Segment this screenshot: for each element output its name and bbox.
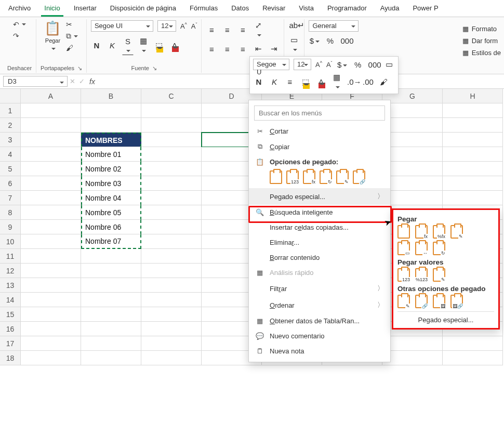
cell-B4[interactable]: Nombre 01	[81, 147, 141, 162]
wrap-text-button[interactable]: ab↵	[288, 20, 300, 31]
increase-font-button[interactable]: A^	[180, 22, 187, 30]
cell[interactable]	[141, 103, 202, 118]
cell[interactable]	[21, 191, 81, 205]
sub-paste-link-icon[interactable]: 🔗	[415, 295, 428, 308]
cell[interactable]	[21, 103, 81, 118]
cell[interactable]	[382, 176, 443, 191]
cell[interactable]	[81, 249, 141, 264]
mini-align[interactable]: ≡	[284, 77, 296, 87]
indent-dec-button[interactable]: ⇤	[253, 44, 264, 54]
paste-formulas-icon[interactable]: fx	[303, 170, 315, 184]
paste-formatting-icon[interactable]: ✎	[336, 170, 349, 184]
align-right-button[interactable]: ≡	[237, 44, 248, 54]
ctx-delete[interactable]: Eliminar...	[249, 235, 390, 250]
paste-link-icon[interactable]: 🔗	[353, 170, 365, 184]
cell[interactable]	[382, 191, 443, 205]
cell[interactable]	[141, 278, 202, 293]
cell[interactable]	[141, 205, 202, 220]
cell[interactable]	[141, 351, 202, 365]
cell[interactable]	[141, 249, 202, 264]
bold-button[interactable]: N	[91, 41, 102, 50]
decrease-font-button[interactable]: Aˇ	[191, 22, 197, 30]
mini-format-painter[interactable]: 🖌	[378, 77, 389, 87]
tab-disposicion[interactable]: Disposición de página	[107, 2, 179, 17]
mini-font-name[interactable]: Segoe U	[253, 59, 289, 70]
row-header[interactable]: 6	[0, 176, 21, 191]
sub-paste-noborders-icon[interactable]: ▭	[397, 242, 410, 255]
sub-paste-transpose-icon[interactable]: ↻	[433, 242, 445, 255]
cell[interactable]	[382, 162, 443, 176]
ctx-sort[interactable]: Ordenar〉	[249, 297, 390, 313]
cell-styles-button[interactable]: ▦ Estilos de	[462, 49, 501, 57]
cell[interactable]	[21, 118, 81, 133]
mini-merge[interactable]: ▭	[383, 59, 395, 70]
cell[interactable]	[81, 293, 141, 307]
cell[interactable]	[21, 322, 81, 336]
cell[interactable]	[81, 322, 141, 336]
cell[interactable]	[141, 264, 202, 278]
cell[interactable]	[81, 307, 141, 322]
mini-dec-decimal[interactable]: .0→	[347, 77, 358, 87]
sub-values-source-icon[interactable]: ✎	[433, 268, 445, 282]
cell[interactable]	[21, 133, 81, 147]
cell[interactable]	[443, 147, 503, 162]
row-header[interactable]: 15	[0, 307, 21, 322]
cancel-formula-icon[interactable]: ✕	[68, 77, 77, 85]
cell[interactable]	[382, 351, 443, 365]
cell[interactable]	[21, 351, 81, 365]
cell[interactable]	[443, 351, 503, 365]
col-header-B[interactable]: B	[81, 89, 141, 103]
ctx-get-table-data[interactable]: ▦Obtener datos de Tabla/Ran...	[249, 313, 390, 328]
cell[interactable]	[81, 351, 141, 365]
col-header-H[interactable]: H	[443, 89, 503, 103]
cell[interactable]	[21, 220, 81, 234]
copy-button[interactable]: ⧉	[66, 32, 78, 41]
cell[interactable]	[81, 264, 141, 278]
mini-borders[interactable]: ▦	[331, 72, 342, 91]
cut-button[interactable]: ✂	[66, 20, 78, 29]
orientation-button[interactable]: ⤢	[253, 20, 264, 40]
paste-dropdown[interactable]	[50, 45, 56, 52]
cell[interactable]	[382, 336, 443, 351]
paste-all-icon[interactable]	[270, 170, 282, 184]
cell-B7[interactable]: Nombre 04	[81, 191, 141, 205]
cell[interactable]	[141, 322, 202, 336]
cell-B8[interactable]: Nombre 05	[81, 205, 141, 220]
cell[interactable]	[443, 103, 503, 118]
accounting-button[interactable]: $	[309, 36, 320, 46]
select-all-corner[interactable]	[0, 89, 21, 103]
col-header-A[interactable]: A	[21, 89, 81, 103]
sub-paste-formulas-icon[interactable]: fx	[415, 225, 428, 239]
ctx-filter[interactable]: Filtrar〉	[249, 280, 390, 297]
tab-revisar[interactable]: Revisar	[259, 2, 288, 17]
row-header[interactable]: 3	[0, 133, 21, 147]
row-header[interactable]: 10	[0, 234, 21, 249]
cell[interactable]	[21, 147, 81, 162]
clipboard-dialog-launcher[interactable]: ↘	[77, 65, 82, 72]
row-header[interactable]: 9	[0, 220, 21, 234]
align-top-button[interactable]: ≡	[206, 25, 217, 35]
sub-paste-formulas-number-icon[interactable]: %fx	[433, 225, 445, 239]
mini-percent[interactable]: %	[352, 60, 364, 70]
ctx-copy[interactable]: ⧉Copiar	[249, 139, 390, 154]
mini-increase-font[interactable]: A^	[315, 60, 322, 69]
mini-fill-color[interactable]: ⬚	[300, 77, 311, 87]
menu-search[interactable]	[254, 106, 385, 121]
row-header[interactable]: 14	[0, 293, 21, 307]
cell[interactable]	[141, 293, 202, 307]
cell[interactable]	[81, 118, 141, 133]
cell[interactable]	[141, 118, 202, 133]
font-size-select[interactable]: 12	[157, 20, 176, 32]
fx-icon[interactable]: fx	[89, 77, 95, 86]
row-header[interactable]: 17	[0, 336, 21, 351]
mini-decrease-font[interactable]: Aˇ	[326, 60, 333, 69]
font-color-button[interactable]: A	[169, 41, 180, 50]
row-header[interactable]: 12	[0, 264, 21, 278]
paste-button[interactable]: 📋 Pegar	[44, 20, 61, 52]
paste-transpose-icon[interactable]: ↻	[320, 170, 332, 184]
cell[interactable]	[21, 249, 81, 264]
mini-inc-decimal[interactable]: .00	[362, 77, 374, 87]
col-header-C[interactable]: C	[141, 89, 202, 103]
row-header[interactable]: 1	[0, 103, 21, 118]
ctx-new-comment[interactable]: 💬Nuevo comentario	[249, 328, 390, 344]
